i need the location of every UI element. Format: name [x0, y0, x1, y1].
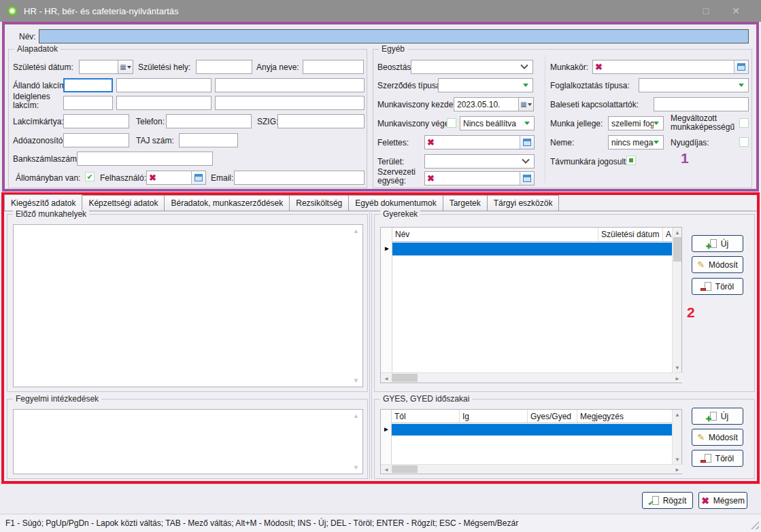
rogzit-button[interactable]: ✔ Rögzít — [642, 492, 693, 509]
nev-input[interactable] — [39, 29, 749, 43]
email-input[interactable] — [234, 171, 365, 185]
clear-value-icon[interactable]: ✖ — [425, 137, 435, 147]
ideiglenes-lakcim-input-1[interactable] — [63, 96, 113, 110]
column-header[interactable]: Megjegyzés — [577, 410, 673, 423]
scrollbar-thumb[interactable] — [392, 374, 418, 382]
gyerekek-torol-button[interactable]: Töröl — [692, 278, 743, 295]
tab-beradatok[interactable]: Béradatok, munkaszerződések — [165, 195, 290, 211]
vertical-scrollbar[interactable]: ▲ ▼ — [672, 228, 681, 373]
nyugdijas-checkbox[interactable] — [739, 137, 749, 147]
felettes-lookup-field[interactable]: ✖ — [424, 135, 535, 149]
munkaviszony-vege-checkbox[interactable] — [447, 118, 456, 128]
scroll-down-icon[interactable]: ▼ — [353, 377, 359, 384]
calendar-icon[interactable]: ▦ — [518, 98, 533, 111]
gyes-torol-button[interactable]: Töröl — [692, 450, 743, 467]
vertical-scrollbar[interactable]: ▲ ▼ — [672, 410, 681, 465]
felettes-label: Felettes: — [377, 138, 409, 147]
close-icon[interactable]: ✕ — [730, 5, 742, 16]
munkakor-lookup-field[interactable]: ✖ — [592, 60, 749, 74]
scrollbar-thumb[interactable] — [673, 237, 681, 262]
scroll-down-icon[interactable]: ▼ — [675, 457, 680, 463]
allando-lakcim-input-1[interactable] — [63, 78, 113, 92]
scrollbar-thumb[interactable] — [392, 465, 418, 473]
taj-szam-input[interactable] — [179, 133, 238, 147]
neme-dropdown[interactable]: nincs megad — [608, 135, 664, 149]
lakcimkartya-input[interactable] — [63, 114, 129, 128]
scroll-left-icon[interactable]: ◄ — [384, 376, 389, 382]
tab-kepzettsegi-adatok[interactable]: Képzettségi adatok — [82, 195, 165, 211]
lookup-button[interactable] — [734, 60, 748, 73]
megvaltozott-checkbox[interactable] — [739, 118, 749, 128]
horizontal-scrollbar[interactable]: ◄ ► — [381, 372, 683, 383]
tab-egyeb-dokumentumok[interactable]: Egyéb dokumentumok — [349, 195, 443, 211]
column-header[interactable]: Tól — [392, 410, 460, 423]
szerzodes-tipusa-dropdown[interactable] — [438, 78, 533, 92]
column-header[interactable]: A — [663, 228, 673, 241]
terulet-combobox[interactable] — [424, 154, 535, 169]
munkaviszony-vege-dropdown[interactable]: Nincs beállítva — [460, 116, 535, 130]
gyes-gyed-table[interactable]: Tól Ig Gyes/Gyed Megjegyzés ► ▲ ▼ ◄ ► — [380, 409, 682, 474]
scroll-up-icon[interactable]: ▲ — [675, 412, 680, 418]
scroll-right-icon[interactable]: ► — [675, 467, 680, 473]
column-header[interactable]: Születési dátum — [598, 228, 663, 241]
maximize-icon[interactable]: □ — [700, 5, 712, 16]
calendar-icon[interactable]: ▦ — [118, 60, 133, 73]
bankszamlaszam-input[interactable] — [77, 152, 213, 166]
scroll-down-icon[interactable]: ▼ — [675, 365, 680, 371]
tab-content-region: Kiegészítő adatok Képzettségi adatok Bér… — [1, 192, 760, 484]
tab-targetek[interactable]: Targetek — [443, 195, 488, 211]
scroll-right-icon[interactable]: ► — [675, 376, 680, 382]
lookup-button[interactable] — [191, 171, 205, 184]
szig-input[interactable] — [277, 114, 365, 128]
szuletesi-hely-input[interactable] — [196, 60, 252, 74]
scroll-down-icon[interactable]: ▼ — [353, 464, 359, 471]
scroll-up-icon[interactable]: ▲ — [675, 230, 680, 236]
adoazonosito-input[interactable] — [63, 133, 129, 147]
column-header[interactable]: Gyes/Gyed — [528, 410, 577, 423]
selected-row[interactable] — [392, 243, 673, 255]
tavmunkara-jogosult-checkbox[interactable] — [626, 156, 636, 165]
scroll-left-icon[interactable]: ◄ — [384, 467, 389, 473]
gyerekek-table[interactable]: Név Születési dátum A ► ▲ ▼ ◄ ► — [380, 227, 682, 383]
anyja-neve-input[interactable] — [303, 60, 364, 74]
allando-lakcim-label: Állandó lakcím: — [13, 81, 68, 90]
fegyelmi-intezkedesek-textarea[interactable]: ▲ ▼ — [13, 409, 363, 474]
munka-jellege-dropdown[interactable]: szellemi fogl — [608, 116, 664, 130]
foglalkoztatas-tipusa-dropdown[interactable] — [639, 78, 749, 92]
column-header[interactable]: Ig — [460, 410, 528, 423]
ideiglenes-lakcim-input-3[interactable] — [215, 96, 365, 110]
szervezeti-egyseg-lookup-field[interactable]: ✖ — [424, 171, 535, 185]
scroll-up-icon[interactable]: ▲ — [353, 228, 359, 234]
selected-row[interactable] — [392, 424, 673, 436]
clear-value-icon[interactable]: ✖ — [593, 62, 603, 72]
lookup-button[interactable] — [520, 172, 534, 185]
gyes-uj-button[interactable]: ✚ Új — [692, 408, 743, 425]
panel-splitter[interactable] — [369, 213, 370, 479]
gyes-modosit-button[interactable]: ✎ Módosít — [692, 429, 743, 446]
baleseti-kapcsolattartok-input[interactable] — [654, 97, 749, 111]
munkaviszony-kezdete-field[interactable]: 2023.05.10. ▦ — [454, 97, 534, 111]
tab-rezsikoltseg[interactable]: Rezsiköltség — [290, 195, 349, 211]
felhasznalo-lookup-field[interactable]: ✖ — [146, 171, 206, 185]
delete-document-icon — [701, 282, 711, 291]
tab-kiegeszito-adatok[interactable]: Kiegészítő adatok — [4, 194, 82, 211]
beosztas-combobox[interactable] — [411, 60, 533, 74]
column-header[interactable]: Név — [392, 228, 598, 241]
clear-value-icon[interactable]: ✖ — [425, 173, 435, 183]
tab-targyi-eszkozok[interactable]: Tárgyi eszközök — [488, 195, 560, 211]
gyerekek-uj-button[interactable]: ✚ Új — [692, 235, 743, 252]
elozo-munkahelyek-textarea[interactable]: ▲ ▼ — [13, 224, 363, 387]
telefon-input[interactable] — [166, 114, 252, 128]
megsem-button[interactable]: ✖ Mégsem — [698, 492, 747, 509]
ideiglenes-lakcim-input-2[interactable] — [116, 96, 212, 110]
horizontal-scrollbar[interactable]: ◄ ► — [381, 464, 683, 474]
allando-lakcim-input-3[interactable] — [215, 78, 365, 92]
resize-grip[interactable] — [751, 521, 759, 529]
allando-lakcim-input-2[interactable] — [116, 78, 212, 92]
gyerekek-modosit-button[interactable]: ✎ Módosít — [692, 256, 743, 273]
lookup-button[interactable] — [520, 136, 534, 149]
szuletesi-datum-field[interactable]: ▦ — [79, 60, 133, 74]
allomanyban-van-checkbox[interactable] — [85, 172, 95, 181]
scroll-up-icon[interactable]: ▲ — [353, 412, 359, 419]
clear-value-icon[interactable]: ✖ — [147, 173, 156, 183]
